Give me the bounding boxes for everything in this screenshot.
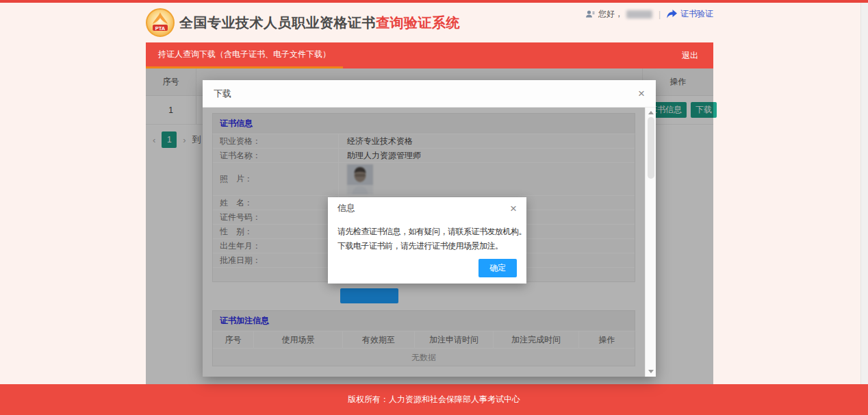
info-modal-footer: 确定 bbox=[328, 256, 526, 277]
browser-scrollbar[interactable] bbox=[860, 3, 868, 384]
download-modal-close-icon[interactable]: × bbox=[638, 88, 645, 99]
scrollbar-thumb[interactable] bbox=[648, 117, 654, 179]
user-icon bbox=[585, 10, 595, 19]
share-arrow-icon bbox=[667, 10, 677, 18]
scroll-up-icon[interactable] bbox=[648, 111, 654, 114]
copyright-text: 版权所有：人力资源和社会保障部人事考试中心 bbox=[348, 394, 520, 405]
main-nav: 持证人查询下载（含电子证书、电子文件下载） 退出 bbox=[146, 42, 713, 68]
info-modal: 信息 × 请先检查证书信息，如有疑问，请联系证书发放机构。 下载电子证书前，请先… bbox=[328, 197, 526, 284]
info-modal-titlebar: 信息 × bbox=[328, 197, 526, 219]
app-title-accent: 查询验证系统 bbox=[376, 15, 460, 30]
info-message-line1: 请先检查证书信息，如有疑问，请联系证书发放机构。 bbox=[337, 225, 517, 239]
info-modal-message: 请先检查证书信息，如有疑问，请联系证书发放机构。 下载电子证书前，请先进行证书使… bbox=[328, 219, 526, 256]
page-footer: 版权所有：人力资源和社会保障部人事考试中心 bbox=[0, 384, 868, 415]
modal-scrollbar[interactable] bbox=[645, 108, 656, 377]
confirm-button[interactable]: 确定 bbox=[478, 259, 517, 277]
cert-verify-link[interactable]: 证书验证 bbox=[680, 8, 713, 20]
tab-holder-query-download[interactable]: 持证人查询下载（含电子证书、电子文件下载） bbox=[146, 42, 343, 68]
download-modal-titlebar: 下载 × bbox=[203, 80, 656, 108]
app-title-main: 全国专业技术人员职业资格证书 bbox=[179, 15, 376, 30]
scroll-down-icon[interactable] bbox=[648, 370, 654, 373]
download-modal: 下载 × 证书信息 职业资格： 经济专业技术资格 证书名称： 助理人力资源管理师… bbox=[203, 80, 656, 377]
app-title: 全国专业技术人员职业资格证书查询验证系统 bbox=[179, 14, 460, 32]
download-modal-title: 下载 bbox=[214, 88, 231, 100]
pta-logo-icon: PTA bbox=[146, 8, 175, 37]
info-modal-close-icon[interactable]: × bbox=[510, 203, 517, 214]
header-divider: | bbox=[659, 10, 661, 19]
pta-logo-text: PTA bbox=[155, 25, 166, 32]
header-brand: PTA 全国专业技术人员职业资格证书查询验证系统 bbox=[146, 8, 460, 37]
user-name-redacted bbox=[626, 10, 652, 18]
top-accent-bar bbox=[0, 0, 868, 3]
greeting-text: 您好， bbox=[598, 8, 623, 20]
header-user-area: 您好， | 证书验证 bbox=[585, 8, 713, 20]
info-message-line2: 下载电子证书前，请先进行证书使用场景加注。 bbox=[337, 239, 517, 253]
logout-button[interactable]: 退出 bbox=[667, 50, 713, 62]
info-modal-title: 信息 bbox=[337, 202, 355, 214]
